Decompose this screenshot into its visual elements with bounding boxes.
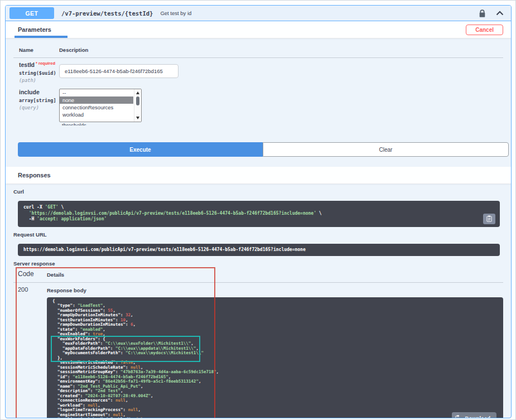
include-option--[interactable]: -- (60, 89, 133, 96)
param-name-include: include (19, 89, 59, 95)
param-location-testid: (path) (19, 78, 59, 83)
request-url-value: https://demolab.loginvsi.com/publicApi/v… (23, 247, 494, 253)
response-row-200: 200 Response body Download { "type": "Lo… (13, 286, 503, 419)
parameters-body: Name Description testId* required string… (6, 47, 511, 167)
responses-header-row: Responses (6, 167, 511, 184)
curl-copy-button[interactable] (483, 214, 495, 224)
code-line: "rampDownDurationInMinutes": 6, (52, 322, 498, 327)
param-type-include: array[string] (19, 98, 59, 103)
swagger-operation-panel: GET /v7-preview/tests/{testId} Get test … (5, 5, 512, 418)
status-code-200: 200 (13, 286, 47, 419)
code-line: 'https://demolab.loginvsi.com/publicApi/… (23, 211, 494, 217)
code-line: "type": "LoadTest", (52, 303, 498, 308)
request-url-label: Request URL (13, 231, 503, 238)
code-line: "euxEnabled": true, (52, 332, 498, 337)
lock-icon[interactable] (479, 9, 486, 18)
operation-summary-bar[interactable]: GET /v7-preview/tests/{testId} Get test … (6, 6, 511, 21)
parameters-header-row: Parameters Cancel (6, 21, 511, 38)
listbox-scrollbar[interactable] (134, 89, 141, 122)
code-line: "connectionResources": null, (52, 398, 498, 403)
code-line: -H 'accept: application/json' (23, 216, 494, 223)
param-type-testid: string($uuid) (19, 70, 59, 76)
responses-body: Curl curl -X 'GET' \ 'https://demolab.lo… (6, 189, 511, 418)
response-body-label: Response body (47, 287, 503, 293)
curl-code-block: curl -X 'GET' \ 'https://demolab.loginvs… (18, 201, 500, 227)
code-line: "myDocumentsFolderPath": "C:\\eux\\mydoc… (52, 351, 498, 356)
testid-input[interactable] (59, 64, 179, 78)
cancel-button[interactable]: Cancel (466, 25, 503, 35)
include-listbox[interactable]: --noneconnectionResourcesworkload (59, 89, 142, 122)
clipboard-copy-icon (486, 215, 492, 222)
include-options-list: --noneconnectionResourcesworkload (60, 89, 133, 122)
code-line: curl -X 'GET' \ (23, 205, 494, 211)
parameters-table-header: Name Description (13, 47, 503, 58)
endpoint-path: /v7-preview/tests/{testId} (61, 10, 153, 17)
http-method-badge: GET (9, 7, 54, 19)
param-name-testid: testId* required (19, 61, 59, 68)
server-response-table: Code Details 200 Response body Download … (13, 270, 503, 419)
details-column-header: Details (47, 272, 64, 278)
scroll-thumb[interactable] (136, 96, 139, 105)
include-option-connectionResources[interactable]: connectionResources (60, 104, 133, 111)
request-url-block: https://demolab.loginvsi.com/publicApi/v… (18, 244, 500, 256)
curl-label: Curl (13, 189, 503, 195)
code-line: "applicationDebugModeEnabled": false (52, 417, 498, 418)
include-option-clipped[interactable]: thresholds (59, 122, 134, 125)
parameters-tab: Parameters (18, 26, 51, 33)
code-column-header: Code (13, 270, 47, 278)
required-badge: * required (36, 61, 55, 66)
code-line: { (52, 299, 498, 304)
parameters-tab-underline (15, 36, 67, 38)
response-table-header: Code Details (13, 270, 503, 283)
execute-row: Execute Clear (18, 142, 509, 157)
include-option-workload[interactable]: workload (60, 111, 133, 118)
param-row-include: include array[string] (query) --noneconn… (13, 89, 503, 125)
download-button[interactable]: Download (459, 412, 496, 418)
clear-button[interactable]: Clear (263, 142, 509, 157)
chevron-up-icon[interactable] (496, 11, 504, 16)
scroll-down-arrow[interactable] (136, 117, 139, 119)
name-column-header: Name (19, 47, 59, 53)
responses-title: Responses (18, 172, 51, 178)
endpoint-summary: Get test by id (160, 10, 191, 16)
scroll-up-arrow[interactable] (136, 91, 139, 94)
param-row-testid: testId* required string($uuid) (path) (13, 61, 503, 84)
code-line: "state": "enabled", (52, 327, 498, 332)
response-body-block: Download { "type": "LoadTest", "numberOf… (47, 297, 503, 419)
include-option-none[interactable]: none (60, 96, 133, 104)
execute-button[interactable]: Execute (18, 142, 263, 157)
server-response-label: Server response (13, 260, 503, 267)
param-location-include: (query) (19, 105, 59, 110)
description-column-header: Description (59, 47, 88, 53)
